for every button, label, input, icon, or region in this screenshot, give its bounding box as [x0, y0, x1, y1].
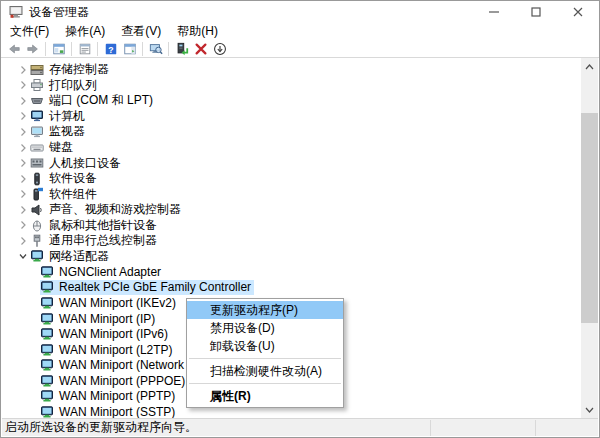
back-button[interactable]	[4, 41, 23, 57]
hid-icon	[30, 156, 44, 170]
chevron-right-icon[interactable]	[16, 172, 30, 186]
tree-item-content: 网络适配器	[30, 249, 112, 264]
tree-item-label: WAN Miniport (IP)	[59, 312, 155, 326]
device-manager-window: 设备管理器 文件(F)操作(A)查看(V)帮助(H) ? 存储控制器打印队列端口…	[0, 0, 600, 438]
close-icon	[573, 7, 583, 17]
chevron-right-icon[interactable]	[16, 234, 30, 248]
toolbar-separator	[45, 42, 46, 56]
computer-search-button[interactable]	[146, 41, 165, 57]
context-menu-item[interactable]: 属性(R)	[187, 387, 343, 405]
monitor-icon	[30, 125, 44, 139]
tree-item-label: WAN Miniport (SSTP)	[59, 405, 175, 418]
window-controls	[473, 1, 599, 23]
chevron-right-icon[interactable]	[16, 218, 30, 232]
window-title: 设备管理器	[29, 4, 89, 21]
tree-item[interactable]: 鼠标和其他指针设备	[2, 217, 598, 233]
computer-search-icon	[149, 42, 163, 56]
tree-item[interactable]: 监视器	[2, 124, 598, 140]
scan-hardware-changes-icon	[213, 42, 227, 56]
chevron-right-icon[interactable]	[16, 141, 30, 155]
chevron-right-icon[interactable]	[16, 94, 30, 108]
context-menu-item[interactable]: 扫描检测硬件改动(A)	[187, 362, 343, 380]
action-pane-button[interactable]	[120, 41, 139, 57]
close-button[interactable]	[557, 1, 599, 23]
menubar-item[interactable]: 帮助(H)	[170, 22, 225, 41]
tree-indent	[26, 280, 40, 294]
tree-item-label: WAN Miniport (PPPOE)	[59, 374, 185, 388]
tree-item[interactable]: 软件组件	[2, 186, 598, 202]
tree-item[interactable]: 存储控制器	[2, 62, 598, 78]
minimize-button[interactable]	[473, 1, 515, 23]
tree-item-label: NGNClient Adapter	[59, 265, 161, 279]
context-menu-item[interactable]: 更新驱动程序(P)	[187, 301, 343, 319]
chevron-right-icon[interactable]	[16, 125, 30, 139]
uninstall-device-button[interactable]	[191, 41, 210, 57]
chevron-right-icon[interactable]	[16, 63, 30, 77]
tree-item-label: 存储控制器	[49, 61, 109, 78]
network-adapter-icon	[40, 296, 54, 310]
minimize-icon	[489, 7, 499, 17]
chevron-right-icon[interactable]	[16, 203, 30, 217]
chevron-right-icon[interactable]	[16, 109, 30, 123]
tree-item-content: WAN Miniport (L2TP)	[40, 342, 176, 357]
tree-item-content: 鼠标和其他指针设备	[30, 218, 160, 233]
update-driver-button[interactable]	[172, 41, 191, 57]
software-device-icon	[30, 172, 44, 186]
chevron-right-icon[interactable]	[16, 156, 30, 170]
tree-item[interactable]: NGNClient Adapter	[2, 264, 598, 280]
svg-text:?: ?	[108, 44, 113, 54]
tree-item[interactable]: 打印队列	[2, 78, 598, 94]
tree-indent	[26, 374, 40, 388]
maximize-button[interactable]	[515, 1, 557, 23]
menubar-item[interactable]: 操作(A)	[58, 22, 112, 41]
scroll-down-button[interactable]	[581, 401, 598, 418]
chevron-right-icon[interactable]	[16, 187, 30, 201]
sound-icon	[30, 203, 44, 217]
tree-item[interactable]: 声音、视频和游戏控制器	[2, 202, 598, 218]
tree-item-content: 软件组件	[30, 187, 100, 202]
tree-item-label: Realtek PCIe GbE Family Controller	[59, 280, 251, 294]
context-menu-separator	[189, 383, 341, 384]
network-adapter-icon	[40, 389, 54, 403]
tree-item[interactable]: 键盘	[2, 140, 598, 156]
vertical-scrollbar[interactable]	[581, 58, 598, 418]
tree-item[interactable]: 通用串行总线控制器	[2, 233, 598, 249]
network-adapter-icon	[40, 312, 54, 326]
tree-item-label: 端口 (COM 和 LPT)	[49, 92, 153, 109]
context-menu-item[interactable]: 禁用设备(D)	[187, 319, 343, 337]
scrollbar-thumb[interactable]	[581, 113, 598, 323]
chevron-up-icon	[585, 64, 594, 70]
tree-item[interactable]: Realtek PCIe GbE Family Controller	[2, 280, 598, 296]
tree-item-label: 网络适配器	[49, 248, 109, 265]
tree-item-content: NGNClient Adapter	[40, 264, 164, 279]
tree-item-content: WAN Miniport (IP)	[40, 311, 158, 326]
tree-item-label: 计算机	[49, 108, 85, 125]
tree-item[interactable]: 人机接口设备	[2, 155, 598, 171]
scroll-up-button[interactable]	[581, 58, 598, 75]
tree-item[interactable]: 软件设备	[2, 171, 598, 187]
printer-icon	[30, 78, 44, 92]
chevron-down-icon[interactable]	[16, 249, 30, 263]
context-menu-item[interactable]: 卸载设备(U)	[187, 337, 343, 355]
network-adapter-icon	[40, 358, 54, 372]
device-manager-icon	[9, 5, 23, 19]
scan-hardware-changes-button[interactable]	[210, 41, 229, 57]
menubar-item[interactable]: 查看(V)	[114, 22, 168, 41]
action-pane-icon	[123, 42, 137, 56]
console-tree-button[interactable]	[49, 41, 68, 57]
tree-item-label: 软件组件	[49, 186, 97, 203]
forward-button[interactable]	[23, 41, 42, 57]
tree-item[interactable]: 网络适配器	[2, 249, 598, 265]
tree-item[interactable]: 端口 (COM 和 LPT)	[2, 93, 598, 109]
menubar-item[interactable]: 文件(F)	[3, 22, 56, 41]
tree-indent	[26, 296, 40, 310]
selected-tree-item-content: Realtek PCIe GbE Family Controller	[40, 280, 254, 295]
help-button[interactable]: ?	[101, 41, 120, 57]
tree-item-content: 键盘	[30, 140, 76, 155]
network-adapter-icon	[40, 405, 54, 418]
toolbar-separator	[142, 42, 143, 56]
properties-button[interactable]	[75, 41, 94, 57]
chevron-right-icon[interactable]	[16, 78, 30, 92]
tree-item[interactable]: 计算机	[2, 109, 598, 125]
forward-icon	[26, 42, 40, 56]
